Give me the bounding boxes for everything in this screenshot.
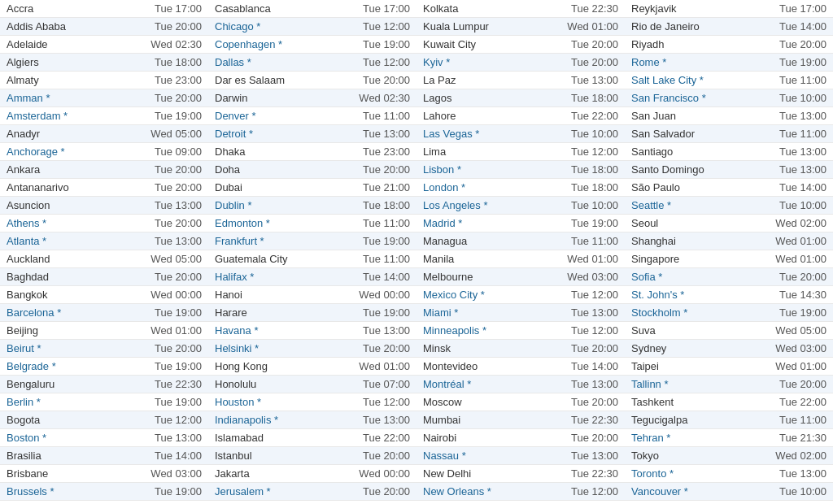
city-time: Tue 13:00: [779, 163, 826, 176]
table-row: Kyiv *Tue 20:00: [416, 54, 625, 72]
city-name[interactable]: Halifax *: [215, 271, 360, 283]
city-name[interactable]: Dublin *: [215, 199, 360, 211]
table-row: Amman *Tue 20:00: [0, 89, 208, 107]
city-time: Wed 00:00: [359, 467, 410, 480]
table-row: Helsinki *Tue 20:00: [208, 340, 416, 358]
city-time: Tue 10:00: [779, 92, 826, 104]
city-name[interactable]: Detroit *: [215, 128, 360, 140]
city-name[interactable]: Amsterdam *: [7, 110, 151, 122]
city-name[interactable]: Brussels *: [7, 485, 151, 497]
table-row: MinskTue 20:00: [416, 340, 625, 358]
city-name[interactable]: Miami *: [423, 306, 568, 319]
city-name[interactable]: Lisbon *: [423, 163, 568, 176]
city-time: Tue 11:00: [363, 217, 410, 229]
city-time: Tue 11:00: [363, 253, 410, 265]
city-name[interactable]: Indianapolis *: [215, 414, 360, 426]
city-time: Tue 14:30: [779, 289, 826, 301]
city-name[interactable]: Houston *: [215, 396, 360, 408]
city-name: Harare: [215, 306, 360, 319]
city-time: Tue 20:00: [363, 342, 410, 354]
table-row: AucklandWed 05:00: [0, 250, 208, 268]
city-name[interactable]: Copenhagen *: [215, 38, 360, 50]
city-name[interactable]: Salt Lake City *: [631, 74, 776, 86]
table-row: ManilaWed 01:00: [416, 250, 625, 268]
city-name[interactable]: Nassau *: [423, 450, 568, 462]
city-time: Tue 18:00: [571, 163, 618, 176]
city-name[interactable]: Havana *: [215, 324, 360, 337]
city-name: Seoul: [631, 217, 772, 229]
city-time: Tue 21:30: [779, 432, 826, 444]
city-name[interactable]: Seattle *: [631, 199, 776, 211]
city-name[interactable]: Boston *: [7, 432, 151, 444]
city-name[interactable]: Helsinki *: [215, 342, 360, 354]
city-name[interactable]: Atlanta *: [7, 235, 151, 247]
city-name: Guatemala City: [215, 253, 360, 265]
table-row: Addis AbabaTue 20:00: [0, 18, 208, 36]
city-time: Tue 20:00: [363, 485, 410, 497]
city-time: Wed 01:00: [567, 253, 618, 265]
table-row: RiyadhTue 20:00: [625, 36, 833, 54]
table-row: Guatemala CityTue 11:00: [208, 250, 416, 268]
city-name[interactable]: Denver *: [215, 110, 360, 122]
city-name[interactable]: Athens *: [7, 217, 151, 229]
table-row: New DelhiTue 22:30: [416, 465, 625, 483]
city-name[interactable]: Los Angeles *: [423, 199, 568, 211]
table-row: Beirut *Tue 20:00: [0, 340, 208, 358]
city-name[interactable]: Rome *: [631, 56, 776, 68]
table-row: HonoluluTue 07:00: [208, 376, 416, 393]
city-name: Santo Domingo: [631, 163, 776, 176]
city-time: Tue 20:00: [571, 396, 618, 408]
city-name[interactable]: Chicago *: [215, 20, 360, 33]
city-name: São Paulo: [631, 181, 776, 193]
city-name[interactable]: Stockholm *: [631, 306, 776, 319]
city-time: Wed 03:00: [567, 271, 618, 283]
city-time: Tue 12:00: [363, 56, 410, 68]
city-name[interactable]: Jerusalem *: [215, 485, 360, 497]
city-name: Antananarivo: [7, 181, 151, 193]
city-name[interactable]: Amman *: [7, 92, 151, 104]
city-time: Tue 13:00: [363, 324, 410, 337]
city-name: Manila: [423, 253, 564, 265]
city-name[interactable]: Frankfurt *: [215, 235, 360, 247]
city-name[interactable]: New Orleans *: [423, 485, 568, 497]
table-row: Atlanta *Tue 13:00: [0, 232, 208, 250]
city-name[interactable]: London *: [423, 181, 568, 193]
city-name[interactable]: Tallinn *: [631, 378, 776, 390]
table-row: Boston *Tue 13:00: [0, 429, 208, 447]
table-row: Indianapolis *Tue 13:00: [208, 411, 416, 429]
city-name[interactable]: Montréal *: [423, 378, 568, 390]
city-time: Wed 01:00: [775, 253, 826, 265]
city-time: Tue 20:00: [155, 342, 202, 354]
city-name[interactable]: Barcelona *: [7, 306, 151, 319]
city-name[interactable]: Berlin *: [7, 396, 151, 408]
city-name[interactable]: Tehran *: [631, 432, 776, 444]
table-row: ShanghaiWed 01:00: [625, 232, 833, 250]
table-row: Halifax *Tue 14:00: [208, 268, 416, 286]
city-name[interactable]: Vancouver *: [631, 485, 776, 497]
city-name[interactable]: Madrid *: [423, 217, 568, 229]
city-name[interactable]: Beirut *: [7, 342, 151, 354]
city-name: Honolulu: [215, 378, 360, 390]
city-name[interactable]: Belgrade *: [7, 360, 151, 372]
city-time: Wed 03:00: [150, 467, 202, 480]
city-name[interactable]: Minneapolis *: [423, 324, 568, 337]
city-name[interactable]: Mexico City *: [423, 289, 568, 301]
city-name[interactable]: Toronto *: [631, 467, 776, 480]
city-time: Wed 02:30: [150, 38, 202, 50]
city-name[interactable]: Kyiv *: [423, 56, 568, 68]
table-row: BengaluruTue 22:30: [0, 376, 208, 393]
city-time: Tue 13:00: [363, 414, 410, 426]
city-name[interactable]: St. John's *: [631, 289, 776, 301]
city-name[interactable]: Las Vegas *: [423, 128, 568, 140]
table-row: AccraTue 17:00: [0, 0, 208, 18]
city-time: Tue 11:00: [363, 110, 410, 122]
city-name[interactable]: Edmonton *: [215, 217, 360, 229]
city-name[interactable]: Anchorage *: [7, 146, 151, 158]
city-time: Tue 22:30: [571, 414, 618, 426]
city-time: Wed 05:00: [150, 253, 202, 265]
city-name[interactable]: Dallas *: [215, 56, 360, 68]
city-name: Hong Kong: [215, 360, 355, 372]
city-time: Wed 02:00: [775, 450, 826, 462]
city-name[interactable]: Sofia *: [631, 271, 776, 283]
city-name[interactable]: San Francisco *: [631, 92, 776, 104]
